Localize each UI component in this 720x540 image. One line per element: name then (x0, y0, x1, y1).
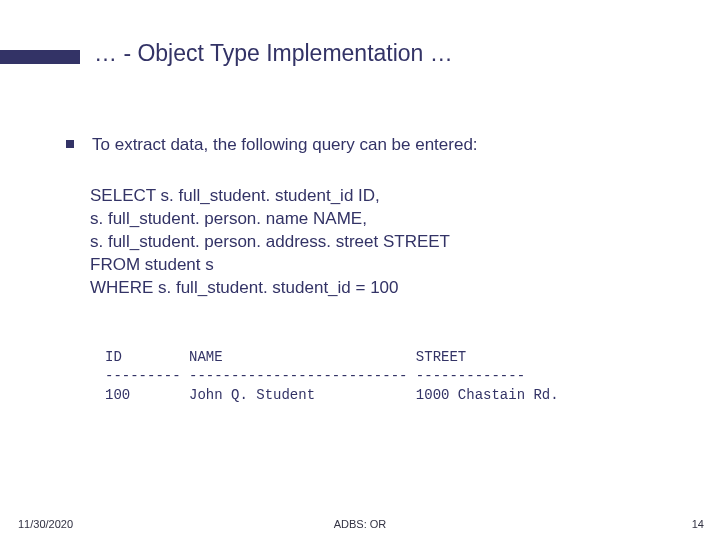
slide-title: … - Object Type Implementation … (94, 40, 453, 67)
query-line-5: WHERE s. full_student. student_id = 100 (90, 277, 650, 300)
query-line-3: s. full_student. person. address. street… (90, 231, 650, 254)
query-line-1: SELECT s. full_student. student_id ID, (90, 185, 650, 208)
footer-page-number: 14 (692, 518, 704, 530)
query-line-4: FROM student s (90, 254, 650, 277)
title-row: … - Object Type Implementation … (0, 40, 720, 80)
result-row-1: 100 John Q. Student 1000 Chastain Rd. (105, 387, 559, 403)
sql-query-block: SELECT s. full_student. student_id ID, s… (90, 185, 650, 300)
slide: … - Object Type Implementation … To extr… (0, 0, 720, 540)
result-header: ID NAME STREET (105, 349, 466, 365)
result-divider: --------- -------------------------- ---… (105, 368, 525, 384)
footer-center: ADBS: OR (0, 518, 720, 530)
query-line-2: s. full_student. person. name NAME, (90, 208, 650, 231)
bullet-block: To extract data, the following query can… (66, 135, 626, 155)
bullet-square-icon (66, 140, 74, 148)
title-accent-bar (0, 50, 80, 64)
bullet-text: To extract data, the following query can… (92, 135, 478, 154)
result-block: ID NAME STREET --------- ---------------… (105, 348, 559, 405)
